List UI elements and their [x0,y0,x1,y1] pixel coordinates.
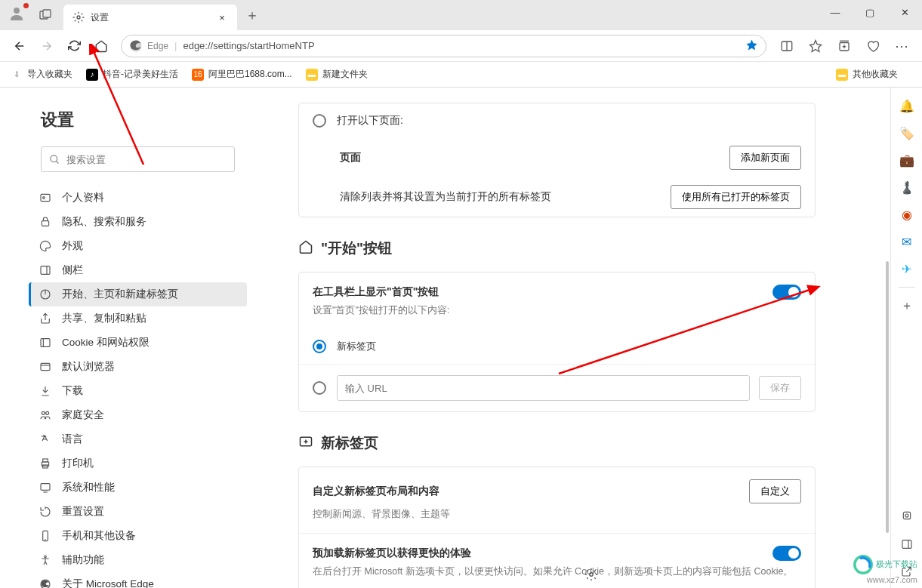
home-url-input[interactable] [337,375,750,401]
nav-system[interactable]: 系统和性能 [29,476,247,500]
radio-open-pages[interactable] [313,114,326,128]
nav-appearance[interactable]: 外观 [29,234,247,258]
browser-tab[interactable]: 设置 × [63,5,237,30]
svg-rect-29 [41,484,50,491]
titlebar: 设置 × ＋ — ▢ ✕ [0,0,922,30]
bookmark-label: 抖音-记录美好生活 [103,68,178,81]
nav-accessibility[interactable]: 辅助功能 [29,548,247,572]
bookmark-douyin[interactable]: ♪抖音-记录美好生活 [86,68,178,81]
games-icon[interactable]: ♟️ [896,177,917,198]
forward-button[interactable] [33,34,60,58]
svg-rect-16 [41,266,50,275]
palette-icon [39,240,53,252]
settings-gear-icon[interactable] [584,568,598,583]
search-box[interactable] [41,146,235,172]
address-bar[interactable]: Edge | edge://settings/startHomeNTP [121,35,766,57]
tools-icon[interactable]: 💼 [896,149,917,171]
content-scroll[interactable]: 打开以下页面: 页面 添加新页面 清除列表并将其设置为当前打开的所有标签页 使用… [261,88,922,588]
svg-rect-20 [41,339,50,347]
bookmark-newfolder[interactable]: ▬新建文件夹 [306,68,368,81]
open-pages-row[interactable]: 打开以下页面: [299,103,815,138]
nav-sidebar[interactable]: 侧栏 [29,258,247,282]
svg-point-3 [77,16,80,19]
menu-button[interactable]: ⋯ [887,34,916,58]
bookmarks-bar: ⇩导入收藏夹 ♪抖音-记录美好生活 16阿里巴巴1688.com... ▬新建文… [0,62,922,88]
profile-button[interactable] [8,5,29,26]
bookmark-label: 阿里巴巴1688.com... [208,68,292,81]
collections-button[interactable] [830,34,859,58]
back-button[interactable] [6,34,33,58]
send-icon[interactable]: ✈ [896,258,917,279]
notifications-icon[interactable]: 🔔 [896,95,917,116]
shopping-icon[interactable]: 🏷️ [896,122,917,143]
radio-url[interactable] [313,381,326,395]
scrollbar-thumb[interactable] [886,261,889,533]
share-icon [39,312,53,325]
nav-cookies[interactable]: Cookie 和网站权限 [29,331,247,355]
right-sidebar: 🔔 🏷️ 💼 ♟️ ◉ ✉ ✈ ＋ [890,88,922,588]
nav-default-browser[interactable]: 默认浏览器 [29,355,247,379]
url-text: edge://settings/startHomeNTP [183,40,739,51]
nav-reset[interactable]: 重置设置 [29,500,247,524]
tab-close-button[interactable]: × [216,11,228,23]
system-icon [39,482,53,494]
radio-newtab[interactable] [313,340,326,353]
use-open-tabs-button[interactable]: 使用所有已打开的标签页 [671,185,801,209]
settings-content: 打开以下页面: 页面 添加新页面 清除列表并将其设置为当前打开的所有标签页 使用… [261,88,850,588]
health-button[interactable] [859,34,887,58]
show-home-desc: 设置"首页"按钮打开的以下内容: [313,304,801,317]
open-pages-label: 打开以下页面: [337,114,403,128]
preload-title: 预加载新标签页以获得更快的体验 [313,546,471,560]
customize-button[interactable]: 自定义 [749,479,801,503]
new-tab-button[interactable]: ＋ [242,5,263,26]
nav-privacy[interactable]: 隐私、搜索和服务 [29,210,247,234]
radio-newtab-label: 新标签页 [337,340,376,353]
radio-newtab-row[interactable]: 新标签页 [299,329,815,364]
nav-language[interactable]: 语言 [29,427,247,451]
svg-rect-28 [43,465,48,468]
power-icon [39,288,53,300]
nav-family[interactable]: 家庭安全 [29,403,247,427]
sidebar-settings-icon[interactable] [896,505,917,526]
minimize-button[interactable]: — [818,0,853,24]
preload-toggle[interactable] [772,546,801,561]
external-link-icon[interactable] [896,561,917,582]
show-home-toggle[interactable] [772,285,801,300]
maximize-button[interactable]: ▢ [853,0,887,24]
outlook-icon[interactable]: ✉ [896,231,917,252]
gear-icon [72,11,85,23]
show-home-title: 在工具栏上显示"首页"按钮 [313,285,439,299]
favorites-button[interactable] [801,34,830,58]
pages-subrow: 页面 添加新页面 [299,138,815,177]
svg-rect-22 [41,363,50,370]
collapse-sidebar-icon[interactable] [896,534,917,555]
bookmark-alibaba[interactable]: 16阿里巴巴1688.com... [192,68,292,81]
search-input[interactable] [66,154,227,165]
nav-printers[interactable]: 打印机 [29,451,247,476]
workspaces-button[interactable] [35,5,56,26]
other-favorites[interactable]: ▬其他收藏夹 [836,68,898,81]
svg-rect-2 [43,10,51,17]
preload-desc: 在后台打开 Microsoft 新选项卡页，以便更快访问。如果允许 Cookie… [313,565,801,578]
favorite-star-icon[interactable] [745,38,758,54]
nav-profile[interactable]: 个人资料 [29,186,247,210]
nav-about[interactable]: 关于 Microsoft Edge [29,572,247,588]
microsoft365-icon[interactable]: ◉ [896,204,917,225]
nav-phone[interactable]: 手机和其他设备 [29,524,247,548]
notification-dot [23,3,29,8]
split-screen-button[interactable] [772,34,801,58]
save-url-button[interactable]: 保存 [759,376,801,400]
nav-downloads[interactable]: 下载 [29,379,247,403]
nav-share[interactable]: 共享、复制和粘贴 [29,306,247,331]
svg-point-14 [43,197,45,199]
toolbar: Edge | edge://settings/startHomeNTP ⋯ [0,30,922,62]
add-page-button[interactable]: 添加新页面 [729,146,801,170]
refresh-button[interactable] [60,34,88,58]
edge-icon [129,39,143,53]
close-window-button[interactable]: ✕ [887,0,922,24]
add-sidebar-icon[interactable]: ＋ [896,295,917,316]
import-favorites[interactable]: ⇩导入收藏夹 [11,68,72,81]
home-button[interactable] [88,34,115,58]
reset-icon [39,506,53,518]
nav-start-home-newtab[interactable]: 开始、主页和新建标签页 [29,282,247,306]
